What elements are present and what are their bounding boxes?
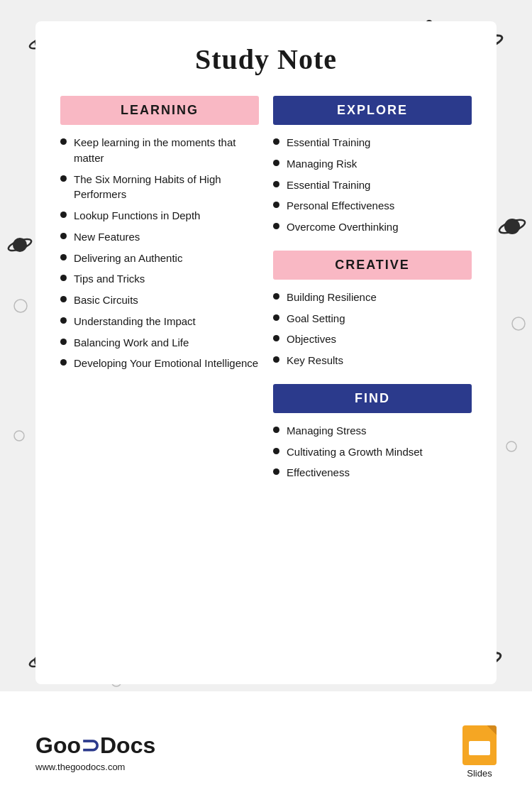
list-item: Managing Risk (273, 156, 472, 172)
list-item: Balancing Work and Life (60, 335, 259, 351)
item-text: Personal Effectiveness (287, 198, 394, 214)
explore-list: Essential Training Managing Risk Essenti… (273, 135, 472, 235)
find-header: FIND (273, 384, 472, 413)
item-text: Basic Circuits (74, 292, 138, 308)
section-explore: EXPLORE Essential Training Managing Risk… (273, 96, 472, 235)
planet-mr (498, 213, 526, 237)
list-item: Understanding the Impact (60, 314, 259, 329)
item-text: Essential Training (287, 177, 370, 193)
circle-ml (13, 298, 28, 314)
col-right: EXPLORE Essential Training Managing Risk… (273, 96, 472, 496)
bullet (273, 448, 279, 454)
section-find: FIND Managing Stress Cultivating a Growt… (273, 384, 472, 481)
svg-point-11 (512, 317, 525, 330)
bullet (60, 175, 67, 182)
explore-header: EXPLORE (273, 96, 472, 125)
bullet (60, 339, 67, 345)
item-text: Managing Risk (287, 156, 357, 172)
item-text: Building Resilience (287, 290, 377, 305)
bullet (60, 296, 67, 302)
item-text: Managing Stress (287, 423, 367, 439)
logo-arrow: ⊃ (81, 733, 100, 758)
bullet (273, 223, 279, 229)
svg-point-14 (506, 441, 516, 451)
page-title: Study Note (60, 43, 472, 76)
bullet (273, 427, 279, 433)
list-item: Building Resilience (273, 290, 472, 305)
item-text: Tips and Tricks (74, 271, 145, 287)
list-item: Objectives (273, 331, 472, 347)
circle-mr (511, 316, 526, 331)
learning-header: LEARNING (60, 96, 259, 125)
item-text: Delivering an Authentic (74, 251, 182, 266)
list-item: Keep learning in the moments that matter (60, 135, 259, 166)
list-item: Overcome Overthinking (273, 219, 472, 235)
item-text: Cultivating a Growth Mindset (287, 444, 423, 460)
list-item: Delivering an Authentic (60, 251, 259, 266)
bullet (60, 317, 67, 324)
section-creative: CREATIVE Building Resilience Goal Settin… (273, 251, 472, 368)
list-item: Managing Stress (273, 423, 472, 439)
item-text: Overcome Overthinking (287, 219, 399, 235)
creative-list: Building Resilience Goal Setting Objecti… (273, 290, 472, 368)
item-text: Keep learning in the moments that matter (74, 135, 259, 166)
list-item: Personal Effectiveness (273, 198, 472, 214)
learning-list: Keep learning in the moments that matter… (60, 135, 259, 371)
find-list: Managing Stress Cultivating a Growth Min… (273, 423, 472, 481)
slides-label: Slides (467, 768, 492, 779)
planet-ml (7, 233, 33, 254)
list-item: Developing Your Emotional Intelligence (60, 356, 259, 371)
bullet (60, 359, 67, 366)
bullet (273, 468, 279, 475)
item-text: Lookup Functions in Depth (74, 208, 200, 224)
section-learning: LEARNING Keep learning in the moments th… (60, 96, 259, 371)
slides-icon-container: Slides (462, 725, 497, 779)
item-text: Developing Your Emotional Intelligence (74, 356, 258, 371)
svg-point-13 (14, 431, 24, 441)
bullet (273, 202, 279, 208)
list-item: Lookup Functions in Depth (60, 208, 259, 224)
bullet (273, 293, 279, 300)
list-item: Cultivating a Growth Mindset (273, 444, 472, 460)
footer-logo: Goo⊃Docs www.thegoodocs.com (35, 732, 155, 772)
list-item: Basic Circuits (60, 292, 259, 308)
list-item: Key Results (273, 353, 472, 368)
list-item: New Features (60, 229, 259, 245)
item-text: Balancing Work and Life (74, 335, 189, 351)
item-text: Goal Setting (287, 311, 345, 327)
logo-url: www.thegoodocs.com (35, 762, 155, 772)
list-item: Goal Setting (273, 311, 472, 327)
item-text: Objectives (287, 331, 336, 347)
bullet (273, 356, 279, 363)
item-text: New Features (74, 229, 140, 245)
list-item: The Six Morning Habits of High Performer… (60, 172, 259, 203)
columns-container: LEARNING Keep learning in the moments th… (60, 96, 472, 496)
page-wrapper: Study Note LEARNING Keep learning in the… (0, 0, 532, 812)
list-item: Tips and Tricks (60, 271, 259, 287)
bullet (273, 314, 279, 321)
item-text: Key Results (287, 353, 343, 368)
logo-goo: Goo (35, 733, 81, 758)
item-text: The Six Morning Habits of High Performer… (74, 172, 259, 203)
bullet (273, 335, 279, 341)
list-item: Effectiveness (273, 465, 472, 481)
slides-inner (469, 741, 490, 755)
svg-point-8 (14, 300, 27, 312)
slides-rect (462, 725, 497, 765)
logo-docs: Docs (100, 733, 155, 758)
bullet (60, 254, 67, 260)
item-text: Essential Training (287, 135, 370, 150)
item-text: Understanding the Impact (74, 314, 196, 329)
creative-header: CREATIVE (273, 251, 472, 280)
bullet (273, 160, 279, 166)
bullet (273, 138, 279, 145)
item-text: Effectiveness (287, 465, 350, 481)
bullet (60, 275, 67, 281)
main-card: Study Note LEARNING Keep learning in the… (35, 21, 497, 684)
logo-text: Goo⊃Docs (35, 732, 155, 759)
bullet (60, 212, 67, 218)
bullet (60, 138, 67, 145)
footer: Goo⊃Docs www.thegoodocs.com Slides (0, 691, 532, 812)
col-learning: LEARNING Keep learning in the moments th… (60, 96, 259, 496)
list-item: Essential Training (273, 177, 472, 193)
